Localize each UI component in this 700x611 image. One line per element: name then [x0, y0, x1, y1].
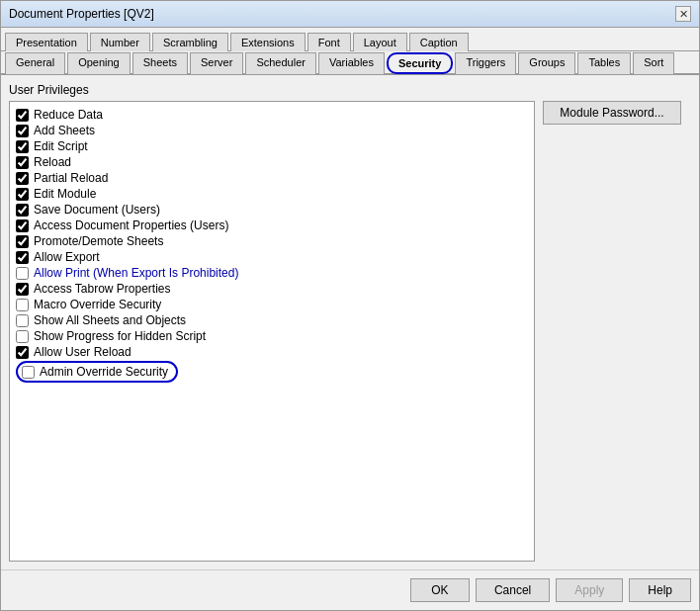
footer: OK Cancel Apply Help [1, 569, 699, 610]
tab-number[interactable]: Number [90, 33, 150, 51]
privilege-access-tabrow[interactable]: Access Tabrow Properties [16, 282, 528, 296]
content-area: User Privileges Reduce Data Add Sheets E… [1, 75, 699, 569]
help-button[interactable]: Help [629, 578, 691, 602]
privilege-allow-export[interactable]: Allow Export [16, 250, 528, 264]
tab-server[interactable]: Server [190, 52, 243, 74]
title-bar: Document Properties [QV2] ✕ [1, 1, 699, 28]
tab-tables[interactable]: Tables [577, 52, 631, 74]
privilege-show-progress[interactable]: Show Progress for Hidden Script [16, 329, 528, 343]
tab-row-1: Presentation Number Scrambling Extension… [1, 28, 699, 51]
tab-triggers[interactable]: Triggers [455, 52, 516, 74]
privilege-save-document[interactable]: Save Document (Users) [16, 203, 528, 217]
tab-scheduler[interactable]: Scheduler [245, 52, 316, 74]
privilege-macro-override[interactable]: Macro Override Security [16, 298, 528, 311]
apply-button[interactable]: Apply [556, 578, 623, 602]
tab-security[interactable]: Security [387, 52, 453, 74]
tab-variables[interactable]: Variables [318, 52, 385, 74]
privilege-allow-user-reload[interactable]: Allow User Reload [16, 345, 528, 359]
window-title: Document Properties [QV2] [9, 7, 154, 21]
section-label: User Privileges [9, 83, 691, 97]
module-password-button[interactable]: Module Password... [543, 101, 681, 125]
privilege-add-sheets[interactable]: Add Sheets [16, 124, 528, 137]
tab-groups[interactable]: Groups [518, 52, 575, 74]
tab-font[interactable]: Font [307, 33, 351, 51]
privilege-edit-script[interactable]: Edit Script [16, 139, 528, 153]
tab-row-2: General Opening Sheets Server Scheduler … [1, 51, 699, 75]
privilege-reload[interactable]: Reload [16, 155, 528, 169]
privilege-show-all-sheets[interactable]: Show All Sheets and Objects [16, 313, 528, 327]
privilege-reduce-data[interactable]: Reduce Data [16, 108, 528, 122]
main-window: Document Properties [QV2] ✕ Presentation… [0, 0, 700, 611]
tab-sort[interactable]: Sort [633, 52, 674, 74]
tab-sheets[interactable]: Sheets [132, 52, 188, 74]
tab-scrambling[interactable]: Scrambling [152, 33, 228, 51]
tab-extensions[interactable]: Extensions [230, 33, 306, 51]
close-button[interactable]: ✕ [675, 6, 691, 22]
main-panel: Reduce Data Add Sheets Edit Script Reloa… [9, 101, 691, 562]
privileges-box: Reduce Data Add Sheets Edit Script Reloa… [9, 101, 535, 562]
cancel-button[interactable]: Cancel [476, 578, 550, 602]
tab-caption[interactable]: Caption [409, 33, 469, 51]
right-panel: Module Password... [543, 101, 691, 562]
tab-presentation[interactable]: Presentation [5, 33, 88, 51]
tab-opening[interactable]: Opening [67, 52, 131, 74]
tab-general[interactable]: General [5, 52, 65, 74]
ok-button[interactable]: OK [410, 578, 470, 602]
privilege-partial-reload[interactable]: Partial Reload [16, 171, 528, 185]
privilege-edit-module[interactable]: Edit Module [16, 187, 528, 201]
privilege-allow-print[interactable]: Allow Print (When Export Is Prohibited) [16, 266, 528, 280]
privilege-access-doc-props[interactable]: Access Document Properties (Users) [16, 218, 528, 232]
privilege-admin-override[interactable]: Admin Override Security [16, 361, 178, 383]
privilege-promote-demote[interactable]: Promote/Demote Sheets [16, 234, 528, 248]
tab-layout[interactable]: Layout [353, 33, 407, 51]
